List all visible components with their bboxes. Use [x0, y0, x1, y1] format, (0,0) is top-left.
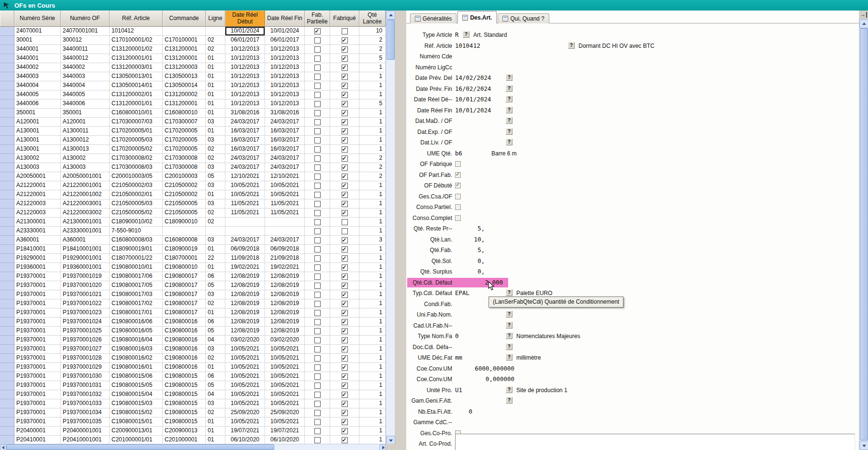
table-cell[interactable]: C190800015/01 — [110, 417, 163, 427]
table-cell[interactable]: 10/05/2021 — [225, 390, 265, 399]
table-cell[interactable]: P19370001025 — [61, 327, 110, 336]
table-cell[interactable]: 2 — [359, 45, 386, 54]
row-header[interactable] — [0, 27, 14, 36]
table-cell[interactable]: C131200003 — [163, 63, 206, 72]
checkbox-icon[interactable] — [342, 264, 348, 271]
cell-fabrique[interactable] — [330, 254, 359, 263]
table-cell[interactable]: 1 — [359, 190, 386, 199]
row-header[interactable] — [0, 363, 14, 372]
tab-generalites[interactable]: Généralités — [410, 13, 456, 23]
table-cell[interactable]: 01 — [206, 190, 225, 199]
table-cell[interactable]: 3440005 — [14, 90, 61, 99]
table-cell[interactable]: C160800010/01 — [110, 109, 163, 118]
table-cell[interactable]: 5 — [359, 99, 386, 109]
table-cell[interactable]: P19370001030 — [61, 372, 110, 381]
table-cell[interactable]: 19/07/2021 — [265, 427, 305, 436]
table-cell[interactable]: 2 — [359, 163, 386, 172]
checkbox-icon[interactable] — [342, 346, 348, 352]
checkbox-icon[interactable] — [314, 373, 321, 380]
table-cell[interactable]: 24/03/2017 — [265, 236, 305, 245]
table-cell[interactable]: 12/10/2021 — [265, 172, 305, 181]
table-cell[interactable]: 25/09/2020 — [265, 408, 305, 417]
cell-fabrique[interactable] — [330, 399, 359, 408]
table-cell[interactable]: C190800016/04 — [110, 336, 163, 345]
checkbox-icon[interactable] — [314, 355, 321, 362]
column-header-6[interactable]: Date Réel Début — [225, 11, 265, 27]
table-cell[interactable]: 24/03/2017 — [225, 163, 265, 172]
table-cell[interactable]: A21220003 — [14, 209, 61, 218]
row-header[interactable] — [0, 381, 14, 390]
table-cell[interactable]: C180700001 — [163, 254, 206, 263]
scroll-right-button[interactable] — [379, 444, 386, 450]
cell-fabrique[interactable] — [330, 272, 359, 281]
checkbox-icon[interactable] — [342, 237, 348, 243]
table-cell[interactable]: 7-550-9010 — [110, 227, 163, 236]
table-cell[interactable]: P19370001026 — [61, 336, 110, 345]
cell-fabrique[interactable] — [330, 263, 359, 272]
table-cell[interactable]: 24/03/2017 — [225, 236, 265, 245]
checkbox-icon[interactable] — [314, 74, 321, 80]
field-value[interactable]: b6 — [455, 148, 462, 159]
table-cell[interactable]: 02 — [206, 36, 225, 45]
table-cell[interactable]: A21220001002 — [61, 190, 110, 199]
table-cell[interactable]: 03 — [206, 136, 225, 145]
checkbox-icon[interactable] — [314, 28, 321, 34]
table-cell[interactable]: 10/05/2021 — [265, 190, 305, 199]
table-cell[interactable]: A20050001 — [14, 172, 61, 181]
table-cell[interactable]: 3440004 — [61, 81, 110, 90]
cell-fab-partielle[interactable] — [305, 118, 330, 127]
table-cell[interactable]: 3 — [359, 236, 386, 245]
table-cell[interactable]: 10/05/2021 — [225, 354, 265, 363]
field-value[interactable]: 10, — [455, 234, 485, 245]
table-cell[interactable]: C210500005 — [163, 209, 206, 218]
row-header[interactable] — [0, 427, 14, 436]
table-cell[interactable]: C190800017/03 — [110, 290, 163, 299]
checkbox-icon[interactable] — [342, 65, 348, 71]
table-cell[interactable]: C200900013/01 — [110, 427, 163, 436]
table-cell[interactable]: C210500005 — [163, 199, 206, 209]
cell-fab-partielle[interactable] — [305, 318, 330, 327]
table-cell[interactable]: 10/12/2013 — [265, 99, 305, 109]
table-cell[interactable]: 19/02/2021 — [225, 263, 265, 272]
table-cell[interactable]: 24/03/2017 — [265, 163, 305, 172]
table-cell[interactable]: C180900019 — [163, 245, 206, 254]
checkbox-icon[interactable] — [342, 228, 348, 234]
cell-fabrique[interactable] — [330, 299, 359, 308]
table-cell[interactable]: 1 — [359, 90, 386, 99]
cell-fabrique[interactable] — [330, 363, 359, 372]
cell-fabrique[interactable] — [330, 136, 359, 145]
table-cell[interactable]: 04 — [206, 390, 225, 399]
column-header-10[interactable]: Qté Lancée — [359, 11, 386, 27]
table-cell[interactable]: A21220003 — [14, 199, 61, 209]
table-cell[interactable]: C210500005/02 — [110, 209, 163, 218]
table-cell[interactable]: 01 — [206, 427, 225, 436]
table-cell[interactable]: C190800017/05 — [110, 281, 163, 290]
table-cell[interactable]: 01 — [206, 99, 225, 109]
table-cell[interactable]: 03 — [206, 236, 225, 245]
cell-fab-partielle[interactable] — [305, 36, 330, 45]
table-cell[interactable]: 02 — [206, 408, 225, 417]
field-value[interactable]: 0, — [455, 266, 485, 277]
table-cell[interactable]: 1 — [359, 299, 386, 308]
table-cell[interactable]: C131200003/01 — [110, 63, 163, 72]
table-cell[interactable]: P19290001 — [14, 254, 61, 263]
column-header-2[interactable]: Numéro OF — [61, 11, 110, 27]
table-cell[interactable]: 2 — [359, 36, 386, 45]
table-cell[interactable]: C200100003 — [163, 172, 206, 181]
cell-fabrique[interactable] — [330, 209, 359, 218]
cell-fabrique[interactable] — [330, 63, 359, 72]
table-cell[interactable]: 12/08/2019 — [265, 272, 305, 281]
cell-fab-partielle[interactable] — [305, 72, 330, 81]
table-cell[interactable]: 1 — [359, 209, 386, 218]
table-cell[interactable]: C131200001 — [163, 99, 206, 109]
row-header[interactable] — [0, 354, 14, 363]
table-cell[interactable]: P19290001001 — [61, 254, 110, 263]
table-cell[interactable]: 1 — [359, 290, 386, 299]
field-value[interactable]: 16/02/2024 — [455, 84, 491, 94]
cell-fabrique[interactable] — [330, 327, 359, 336]
cell-fabrique[interactable] — [330, 236, 359, 245]
checkbox-icon[interactable] — [342, 383, 348, 389]
table-cell[interactable]: P19370001034 — [61, 408, 110, 417]
table-cell[interactable]: C131200001/01 — [110, 99, 163, 109]
cell-fabrique[interactable] — [330, 118, 359, 127]
